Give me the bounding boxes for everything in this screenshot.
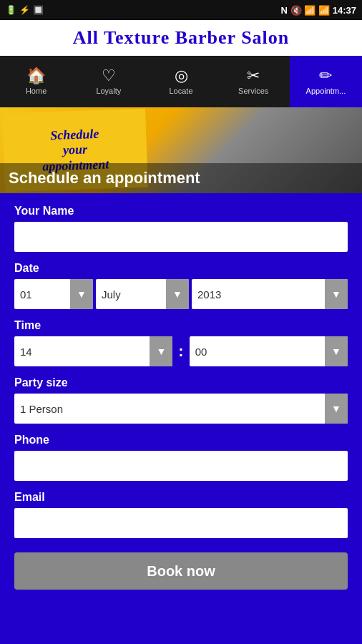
status-bar: 🔋 ⚡ 🔲 N 🔇 📶 📶 14:37 <box>0 0 362 20</box>
your-name-input[interactable] <box>14 222 348 252</box>
battery-icon: 🔋 <box>6 5 16 15</box>
hour-arrow[interactable]: ▼ <box>150 336 172 366</box>
month-arrow[interactable]: ▼ <box>166 279 189 309</box>
month-value: July <box>96 288 166 301</box>
time-label: Time <box>14 319 348 332</box>
locate-icon: ◎ <box>175 68 188 84</box>
nav-home[interactable]: 🏠 Home <box>0 56 72 107</box>
day-arrow[interactable]: ▼ <box>70 279 93 309</box>
app-title-text: All Texture Barber Salon <box>73 27 290 48</box>
nav-locate[interactable]: ◎ Locate <box>145 56 217 107</box>
network-icons: N 🔇 📶 📶 <box>281 5 330 16</box>
year-value: 2013 <box>192 288 325 301</box>
minute-dropdown[interactable]: 00 ▼ <box>190 336 348 366</box>
email-label: Email <box>14 491 348 504</box>
nav-loyalty[interactable]: ♡ Loyalty <box>72 56 145 107</box>
locate-label: Locate <box>169 87 192 95</box>
clock: 14:37 <box>333 5 356 16</box>
party-size-dropdown[interactable]: 1 Person ▼ <box>14 394 348 424</box>
book-now-label: Book now <box>147 563 215 579</box>
date-row: 01 ▼ July ▼ 2013 ▼ <box>14 279 348 309</box>
your-name-label: Your Name <box>14 205 348 218</box>
time-row: 14 ▼ : 00 ▼ <box>14 336 348 366</box>
day-value: 01 <box>14 288 70 301</box>
app-title: All Texture Barber Salon <box>0 20 362 56</box>
minute-arrow[interactable]: ▼ <box>325 336 348 366</box>
party-size-label: Party size <box>14 376 348 389</box>
services-label: Services <box>238 87 268 95</box>
party-size-arrow[interactable]: ▼ <box>325 394 348 424</box>
phone-input[interactable] <box>14 451 348 481</box>
phone-label: Phone <box>14 434 348 447</box>
month-dropdown[interactable]: July ▼ <box>96 279 189 309</box>
sync-icon: 🔲 <box>33 5 44 15</box>
appointment-form: Your Name Date 01 ▼ July ▼ 2013 ▼ Time 1… <box>0 193 362 601</box>
email-input[interactable] <box>14 508 348 538</box>
nav-bar: 🏠 Home ♡ Loyalty ◎ Locate ✂ Services ✏ A… <box>0 56 362 107</box>
book-now-button[interactable]: Book now <box>14 552 348 590</box>
usb-icon: ⚡ <box>19 5 30 15</box>
year-dropdown[interactable]: 2013 ▼ <box>192 279 348 309</box>
loyalty-label: Loyalty <box>96 87 121 95</box>
scissors-icon: ✂ <box>247 68 260 84</box>
hero-title: Schedule an appointment <box>9 169 200 187</box>
home-label: Home <box>26 87 47 95</box>
date-label: Date <box>14 262 348 275</box>
home-icon: 🏠 <box>26 68 46 84</box>
pencil-icon: ✏ <box>319 68 332 84</box>
day-dropdown[interactable]: 01 ▼ <box>14 279 93 309</box>
hero-overlay: Schedule an appointment <box>0 163 362 193</box>
party-size-value: 1 Person <box>14 403 325 415</box>
time-colon: : <box>178 342 183 361</box>
status-right: N 🔇 📶 📶 14:37 <box>281 5 356 16</box>
heart-icon: ♡ <box>102 68 116 84</box>
nav-services[interactable]: ✂ Services <box>217 56 290 107</box>
year-arrow[interactable]: ▼ <box>325 279 348 309</box>
minute-value: 00 <box>190 346 325 358</box>
hour-value: 14 <box>14 346 150 358</box>
appointments-label: Appointm... <box>306 87 346 95</box>
hero-image: Scheduleyourappointment Schedule an appo… <box>0 107 362 193</box>
nav-appointments[interactable]: ✏ Appointm... <box>290 56 362 107</box>
hour-dropdown[interactable]: 14 ▼ <box>14 336 172 366</box>
status-left-icons: 🔋 ⚡ 🔲 <box>6 5 44 15</box>
